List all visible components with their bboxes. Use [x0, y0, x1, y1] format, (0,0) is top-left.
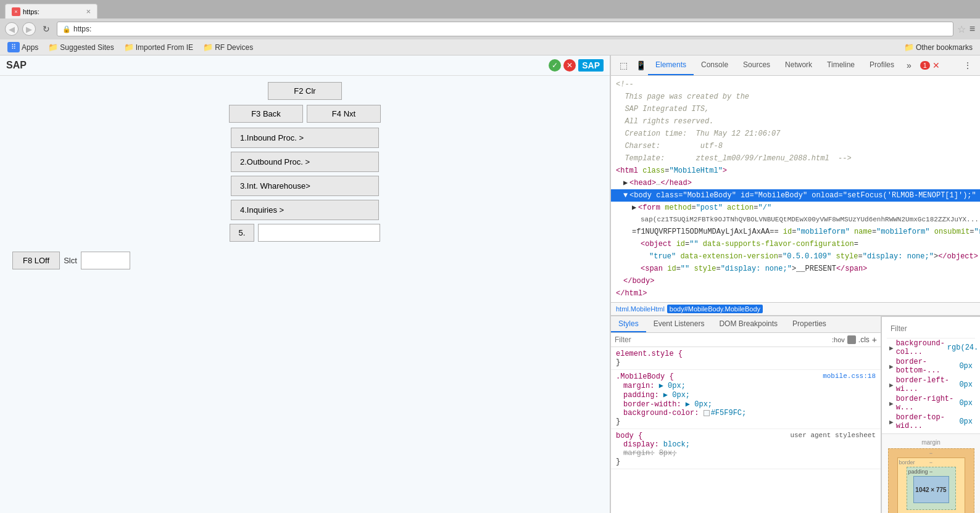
bookmark-suggested[interactable]: 📁 Suggested Sites: [46, 42, 116, 52]
computed-filter-input[interactable]: [891, 324, 980, 333]
main-layout: SAP ✓ ✕ SAP F2 Clr F3 Back F4 Nxt 1.Inbo…: [0, 55, 980, 513]
css-source-link[interactable]: mobile.css:18: [823, 372, 876, 380]
tab-event-listeners[interactable]: Event Listeners: [646, 316, 712, 332]
sap-footer: F8 LOff Slct: [12, 252, 597, 269]
apps-label: Apps: [22, 43, 38, 52]
color-swatch-small: [847, 335, 856, 344]
slct-input[interactable]: [81, 252, 130, 269]
f8-loff-button[interactable]: F8 LOff: [12, 252, 60, 269]
css-margin-val-strikethrough: 8px;: [659, 449, 677, 458]
computed-arrow-5[interactable]: ▶: [889, 418, 894, 426]
tab-network[interactable]: Network: [778, 55, 820, 75]
html-line-selected[interactable]: ▼<body class="MobileBody" id="MobileBody…: [611, 189, 980, 202]
tab-sources[interactable]: Sources: [736, 55, 778, 75]
cls-icon[interactable]: .cls: [858, 335, 870, 344]
tab-styles[interactable]: Styles: [611, 316, 646, 332]
css-body-agent: body { user agent stylesheet display: bl…: [611, 429, 881, 469]
html-line: Charset: utf-8: [611, 140, 980, 152]
bookmark-imported[interactable]: 📁 Imported From IE: [122, 42, 196, 52]
css-close-brace: }: [616, 358, 620, 367]
html-line: SAP Integrated ITS,: [611, 103, 980, 115]
tab-properties[interactable]: Properties: [785, 316, 834, 332]
add-style-btn[interactable]: +: [872, 335, 877, 345]
browser-tab[interactable]: × https: ×: [5, 4, 98, 18]
border-label: border: [899, 459, 915, 466]
tab-console[interactable]: Console: [694, 55, 736, 75]
breadcrumb-html[interactable]: html.MobileHtml: [616, 305, 665, 313]
sap-menu-item-1[interactable]: 1.Inbound Proc. >: [231, 128, 379, 148]
computed-arrow-4[interactable]: ▶: [889, 400, 894, 408]
bookmarks-bar: ⠿ Apps 📁 Suggested Sites 📁 Imported From…: [0, 39, 980, 55]
devtools-inspect-btn[interactable]: ⬚: [616, 58, 631, 73]
imported-label: Imported From IE: [136, 43, 193, 52]
css-margin-strikethrough: margin:: [616, 449, 654, 458]
styles-filter-bar: :hov .cls +: [611, 333, 881, 347]
html-line: "true" data-extension-version="0.5.0.109…: [611, 250, 980, 263]
browser-menu-btn[interactable]: ≡: [970, 23, 975, 35]
devtools-more-btn[interactable]: »: [902, 58, 916, 73]
sap-title: SAP: [6, 60, 27, 71]
suggested-label: Suggested Sites: [60, 43, 114, 52]
bookmark-other[interactable]: 📁 Other bookmarks: [902, 42, 975, 52]
computed-item-bl: ▶ border-left-wi... 0px: [887, 376, 975, 394]
sap-menu-item-4[interactable]: 4.Inquiries >: [231, 200, 379, 220]
back-button[interactable]: ◀: [5, 22, 19, 36]
reload-button[interactable]: ↻: [39, 22, 53, 36]
devtools-settings-btn[interactable]: ⋮: [960, 58, 975, 73]
computed-arrow-3[interactable]: ▶: [889, 381, 894, 389]
html-line: =f1NUQVRFPTl5ODMuMDAyLjAxLjAxAA== id="mo…: [611, 226, 980, 238]
css-close-brace-2: }: [616, 417, 620, 426]
css-agent-source: user agent stylesheet: [790, 432, 876, 439]
css-bg-prop: background-color:: [616, 409, 699, 417]
html-line: sap(cz1TSUQiM2FBTk9OJTNhQVBOLVNBUEQtMDEw…: [611, 214, 980, 226]
forward-button[interactable]: ▶: [22, 22, 36, 36]
sap-nav-buttons: F3 Back F4 Nxt: [12, 105, 597, 123]
computed-prop-4: border-right-w...: [896, 395, 957, 412]
box-model-panel: Show all ▶ background-col... rgb(24... ▶…: [881, 316, 980, 513]
sap-menu-5-btn[interactable]: 5.: [230, 224, 254, 242]
sap-page: SAP ✓ ✕ SAP F2 Clr F3 Back F4 Nxt 1.Inbo…: [0, 55, 611, 513]
html-line: ▶<form method="post" action="/": [611, 202, 980, 214]
tab-elements[interactable]: Elements: [648, 55, 694, 75]
tab-bar: × https: ×: [0, 0, 980, 18]
f2-clr-button[interactable]: F2 Clr: [268, 82, 342, 100]
address-text: https:: [73, 25, 91, 33]
bookmark-apps[interactable]: ⠿ Apps: [5, 41, 41, 53]
computed-arrow-2[interactable]: ▶: [889, 363, 894, 371]
secure-icon: 🔒: [62, 25, 71, 33]
styles-filter-input[interactable]: [615, 335, 829, 344]
address-bar[interactable]: 🔒 https:: [57, 22, 953, 36]
styles-left-panel: Styles Event Listeners DOM Breakpoints P…: [611, 316, 881, 513]
html-line: Creation time: Thu May 12 21:06:07: [611, 128, 980, 140]
computed-prop-5: border-top-wid...: [896, 413, 957, 430]
computed-panel: Show all ▶ background-col... rgb(24... ▶…: [882, 316, 980, 433]
sap-menu-item-2[interactable]: 2.Outbound Proc. >: [231, 152, 379, 172]
computed-item-bb: ▶ border-bottom-... 0px: [887, 357, 975, 376]
tab-dom-breakpoints[interactable]: DOM Breakpoints: [712, 316, 785, 332]
sap-check-icon: ✓: [549, 59, 561, 72]
box-content: 1042 × 775: [913, 476, 949, 503]
css-display-prop: display:: [616, 440, 659, 449]
tab-profiles[interactable]: Profiles: [862, 55, 902, 75]
css-border-val: ▶ 0px;: [686, 400, 712, 409]
error-icon: ✕: [930, 60, 942, 70]
html-line: <!--: [611, 78, 980, 91]
hover-toggle[interactable]: :hov: [832, 336, 845, 343]
breadcrumb-body[interactable]: body#MobileBody.MobileBody: [667, 305, 763, 313]
f4-nxt-button[interactable]: F4 Nxt: [307, 105, 381, 123]
computed-arrow[interactable]: ▶: [889, 344, 894, 352]
sap-menu-5-input[interactable]: [258, 224, 380, 242]
sap-menu-item-3[interactable]: 3.Int. Wharehouse>: [231, 176, 379, 196]
tab-close-btn[interactable]: ×: [86, 7, 91, 16]
devtools-device-btn[interactable]: 📱: [633, 58, 648, 73]
tab-timeline[interactable]: Timeline: [820, 55, 862, 75]
f3-back-button[interactable]: F3 Back: [229, 105, 303, 123]
tab-favicon: ×: [12, 7, 20, 16]
bookmark-star[interactable]: ☆: [957, 23, 966, 35]
browser-nav: ◀ ▶ ↻ 🔒 https: ☆ ≡: [0, 18, 980, 39]
html-panel[interactable]: <!-- This page was created by the SAP In…: [611, 76, 980, 302]
border-top-val: −: [929, 459, 932, 466]
bookmark-rf-devices[interactable]: 📁 RF Devices: [201, 42, 255, 52]
devtools-body: <!-- This page was created by the SAP In…: [611, 76, 980, 513]
box-margin: − border − padding − 1042 × 775: [888, 448, 974, 513]
